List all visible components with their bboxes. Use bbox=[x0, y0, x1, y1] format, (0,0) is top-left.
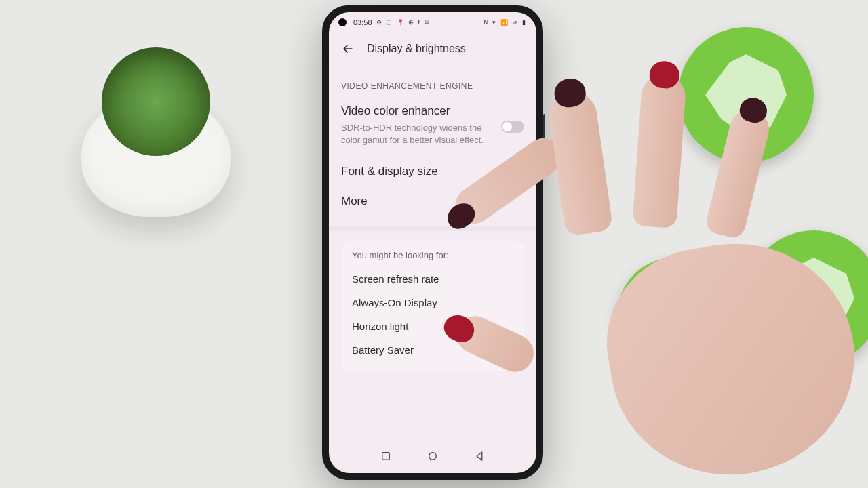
svg-point-1 bbox=[429, 453, 437, 460]
video-color-enhancer-item[interactable]: Video color enhancer SDR-to-HDR technolo… bbox=[341, 99, 524, 157]
section-header: VIDEO ENHANCEMENT ENGINE bbox=[341, 81, 524, 91]
coaster-decoration bbox=[746, 230, 868, 366]
section-divider bbox=[329, 226, 536, 231]
status-bar: 03:58 ⚙ ⬚ 📍 ⊕ f ✉ N ▾ 📶 ⊿ ▮ bbox=[329, 12, 536, 33]
setting-title: Video color enhancer bbox=[341, 104, 492, 118]
camera-cutout bbox=[338, 18, 347, 26]
page-title: Display & brightness bbox=[367, 43, 466, 55]
page-header: Display & brightness bbox=[329, 33, 536, 68]
more-item[interactable]: More bbox=[341, 186, 524, 216]
setting-title: Font & display size bbox=[341, 165, 524, 178]
suggestions-header: You might be looking for: bbox=[352, 250, 513, 260]
coaster-decoration bbox=[678, 27, 814, 163]
svg-rect-0 bbox=[382, 453, 390, 460]
status-left-icons: ⚙ ⬚ 📍 ⊕ f ✉ bbox=[376, 19, 431, 26]
plant-decoration bbox=[68, 41, 244, 217]
font-display-size-item[interactable]: Font & display size bbox=[341, 157, 524, 186]
back-nav-button[interactable] bbox=[473, 450, 486, 462]
arrow-left-icon bbox=[341, 42, 355, 56]
setting-title: More bbox=[341, 195, 524, 208]
video-color-enhancer-toggle[interactable] bbox=[501, 121, 524, 133]
suggestion-battery-saver[interactable]: Battery Saver bbox=[352, 338, 513, 362]
coaster-decoration bbox=[617, 258, 732, 373]
suggestion-horizon-light[interactable]: Horizon light bbox=[352, 314, 513, 338]
home-button[interactable] bbox=[427, 450, 439, 462]
back-button[interactable] bbox=[341, 42, 355, 56]
recent-apps-button[interactable] bbox=[380, 450, 392, 462]
navigation-bar bbox=[329, 439, 536, 473]
settings-content[interactable]: VIDEO ENHANCEMENT ENGINE Video color enh… bbox=[329, 68, 536, 439]
phone-screen: 03:58 ⚙ ⬚ 📍 ⊕ f ✉ N ▾ 📶 ⊿ ▮ Display & br… bbox=[329, 12, 536, 473]
suggestions-card: You might be looking for: Screen refresh… bbox=[341, 241, 524, 371]
suggestion-screen-refresh-rate[interactable]: Screen refresh rate bbox=[352, 267, 513, 291]
setting-description: SDR-to-HDR technology widens the color g… bbox=[341, 122, 492, 146]
status-time: 03:58 bbox=[353, 18, 372, 26]
status-right-icons: N ▾ 📶 ⊿ ▮ bbox=[484, 19, 527, 26]
phone-frame: 03:58 ⚙ ⬚ 📍 ⊕ f ✉ N ▾ 📶 ⊿ ▮ Display & br… bbox=[322, 5, 543, 480]
suggestion-always-on-display[interactable]: Always-On Display bbox=[352, 291, 513, 314]
